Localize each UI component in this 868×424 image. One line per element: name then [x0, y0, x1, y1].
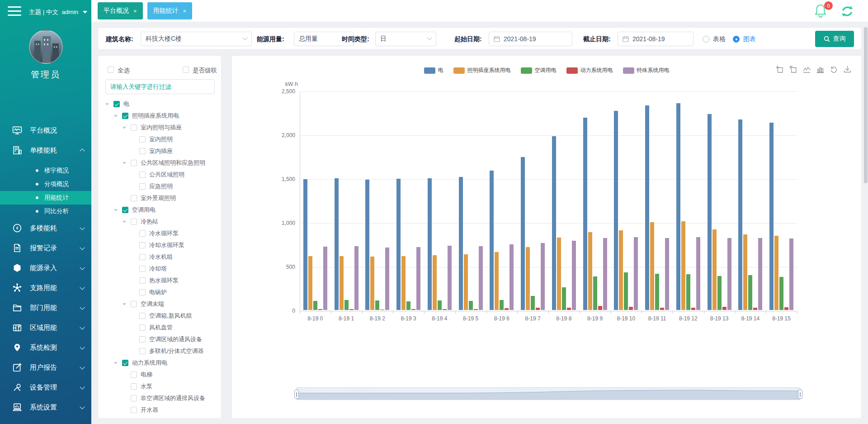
tree-node-checkbox[interactable] — [113, 101, 120, 107]
tree-node-室内照明与插座[interactable]: 室内照明与插座 — [98, 122, 221, 133]
tree-node-冷却水循环泵[interactable]: 冷却水循环泵 — [98, 239, 221, 251]
cascade-checkbox[interactable] — [183, 67, 189, 73]
tree-node-checkbox[interactable] — [122, 113, 128, 119]
bar-特殊系统用电[interactable] — [385, 248, 389, 310]
tree-node-冷却塔[interactable]: 冷却塔 — [98, 263, 221, 275]
bar-照明插座系统用电[interactable] — [495, 252, 499, 310]
sidebar-subitem-分项概况[interactable]: 分项概况 — [0, 177, 91, 191]
tree-node-checkbox[interactable] — [131, 372, 137, 378]
bar-特殊系统用电[interactable] — [448, 246, 452, 310]
bar-特殊系统用电[interactable] — [789, 238, 793, 310]
time-type-select[interactable]: 日 — [375, 32, 436, 46]
bar-照明插座系统用电[interactable] — [526, 247, 530, 310]
bar-chart-icon[interactable] — [816, 66, 824, 73]
bar-照明插座系统用电[interactable] — [712, 229, 717, 310]
tree-expand-arrow-icon[interactable] — [114, 362, 122, 364]
bar-特殊系统用电[interactable] — [541, 243, 545, 310]
bar-特殊系统用电[interactable] — [509, 244, 514, 310]
refresh-icon[interactable] — [840, 4, 854, 19]
tree-node-checkbox[interactable] — [139, 324, 146, 331]
select-all-label[interactable]: 全选 — [118, 67, 130, 75]
bar-特殊系统用电[interactable] — [603, 238, 607, 310]
bar-电[interactable] — [583, 118, 587, 310]
tree-node-非空调区域的通排风设备[interactable]: 非空调区域的通排风设备 — [98, 392, 221, 404]
tree-node-公共区域照明和应急照明[interactable]: 公共区域照明和应急照明 — [98, 157, 221, 169]
bar-照明插座系统用电[interactable] — [681, 221, 685, 310]
tree-expand-arrow-icon[interactable] — [123, 303, 131, 305]
bar-特殊系统用电[interactable] — [479, 246, 483, 310]
tree-node-室内插座[interactable]: 室内插座 — [98, 145, 221, 157]
tab-平台概况[interactable]: 平台概况× — [98, 2, 143, 19]
bar-空调用电[interactable] — [655, 274, 659, 310]
tree-node-checkbox[interactable] — [122, 207, 128, 213]
sidebar-subitem-楼宇概况[interactable]: 楼宇概况 — [0, 164, 91, 177]
tree-node-空调区域的通风设备[interactable]: 空调区域的通风设备 — [98, 333, 221, 345]
tree-node-checkbox[interactable] — [131, 383, 137, 390]
building-select[interactable]: 科技大楼C楼 — [141, 32, 252, 46]
bar-电[interactable] — [335, 178, 339, 310]
bar-照明插座系统用电[interactable] — [743, 234, 747, 310]
bar-动力系统用电[interactable] — [660, 308, 664, 310]
page-scrollbar-thumb[interactable] — [864, 27, 868, 183]
tree-node-室内照明[interactable]: 室内照明 — [98, 133, 221, 145]
bar-空调用电[interactable] — [500, 300, 504, 310]
bar-动力系统用电[interactable] — [722, 307, 726, 310]
sidebar-item-单楼能耗[interactable]: 单楼能耗 — [0, 140, 91, 160]
tree-node-空调末端[interactable]: 空调末端 — [98, 298, 221, 310]
tree-node-checkbox[interactable] — [139, 348, 146, 354]
tree-node-checkbox[interactable] — [139, 254, 146, 260]
tree-node-空调箱,新风机组[interactable]: 空调箱,新风机组 — [98, 310, 221, 322]
bar-空调用电[interactable] — [748, 275, 752, 310]
datazoom-left-handle[interactable] — [294, 390, 299, 399]
bar-电[interactable] — [365, 180, 369, 310]
legend-item-动力系统用电[interactable]: 动力系统用电 — [566, 67, 613, 74]
tree-node-水泵[interactable]: 水泵 — [98, 381, 221, 392]
bar-电[interactable] — [396, 179, 401, 310]
cascade-label[interactable]: 是否级联 — [193, 67, 217, 75]
bar-空调用电[interactable] — [313, 301, 317, 310]
bar-动力系统用电[interactable] — [753, 308, 757, 310]
bar-动力系统用电[interactable] — [629, 307, 633, 310]
bar-电[interactable] — [552, 136, 556, 310]
tree-node-checkbox[interactable] — [131, 124, 137, 131]
tree-node-checkbox[interactable] — [139, 148, 146, 154]
sidebar-item-系统设置[interactable]: 系统设置 — [0, 397, 91, 417]
tree-node-热水循环泵[interactable]: 热水循环泵 — [98, 275, 221, 286]
bar-动力系统用电[interactable] — [318, 309, 322, 310]
bar-电[interactable] — [303, 179, 307, 310]
bar-电[interactable] — [738, 119, 742, 310]
bar-动力系统用电[interactable] — [691, 308, 695, 310]
bar-空调用电[interactable] — [624, 272, 628, 310]
tree-expand-arrow-icon[interactable] — [123, 127, 131, 129]
sidebar-item-部门用能[interactable]: 部门用能 — [0, 298, 91, 318]
bar-特殊系统用电[interactable] — [634, 237, 638, 310]
bar-动力系统用电[interactable] — [443, 309, 447, 310]
tree-node-电梯[interactable]: 电梯 — [98, 369, 221, 381]
sidebar-item-区域用能[interactable]: 区域用能 — [0, 318, 91, 338]
bar-空调用电[interactable] — [779, 277, 783, 310]
bar-动力系统用电[interactable] — [505, 308, 509, 310]
tree-node-风机盘管[interactable]: 风机盘管 — [98, 322, 221, 333]
tab-用能统计[interactable]: 用能统计× — [147, 2, 193, 19]
legend-item-特殊系统用电[interactable]: 特殊系统用电 — [623, 67, 670, 74]
end-date-input[interactable]: 2021-08-19 — [618, 32, 693, 46]
bar-照明插座系统用电[interactable] — [464, 254, 468, 310]
bar-空调用电[interactable] — [531, 296, 535, 310]
bar-空调用电[interactable] — [686, 274, 690, 310]
bar-照明插座系统用电[interactable] — [340, 256, 344, 310]
tree-node-checkbox[interactable] — [139, 277, 146, 284]
bar-电[interactable] — [521, 157, 525, 310]
bar-电[interactable] — [645, 105, 649, 310]
chart-view-radio[interactable] — [733, 36, 740, 43]
bar-特殊系统用电[interactable] — [572, 241, 576, 310]
tree-node-应急照明[interactable]: 应急照明 — [98, 181, 221, 192]
bar-动力系统用电[interactable] — [380, 310, 384, 310]
sidebar-item-多楼能耗[interactable]: 多楼能耗 — [0, 218, 91, 238]
bar-照明插座系统用电[interactable] — [650, 222, 654, 310]
close-icon[interactable]: × — [183, 8, 187, 14]
bar-动力系统用电[interactable] — [598, 306, 602, 310]
tree-expand-arrow-icon[interactable] — [105, 103, 113, 105]
bar-空调用电[interactable] — [717, 276, 722, 310]
bar-空调用电[interactable] — [406, 301, 410, 310]
close-icon[interactable]: × — [133, 8, 137, 14]
